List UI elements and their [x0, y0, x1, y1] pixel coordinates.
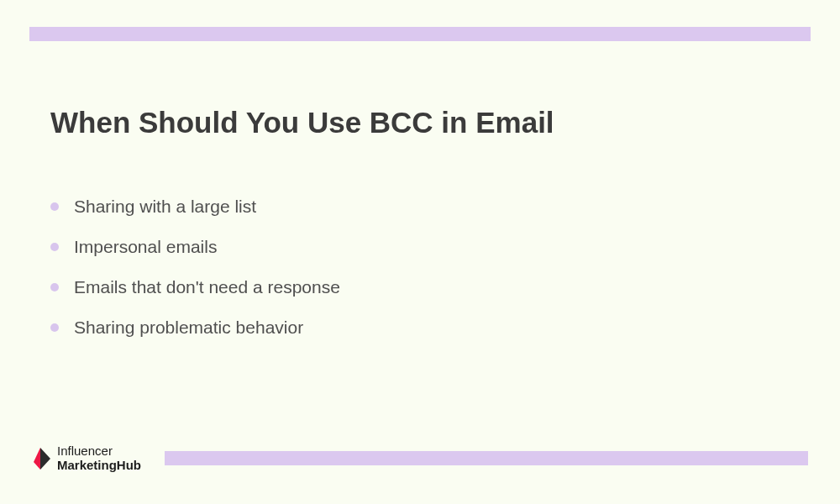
bullet-icon — [50, 283, 59, 291]
logo-line2: MarketingHub — [57, 459, 141, 473]
svg-marker-0 — [34, 448, 40, 470]
logo-text: Influencer MarketingHub — [57, 444, 141, 472]
bullet-icon — [50, 202, 59, 211]
list-item: Emails that don't need a response — [50, 277, 790, 297]
bottom-accent-bar — [165, 451, 808, 465]
brand-logo: Influencer MarketingHub — [34, 444, 141, 472]
list-item-text: Emails that don't need a response — [74, 277, 340, 297]
page-title: When Should You Use BCC in Email — [50, 106, 790, 139]
top-accent-bar — [29, 27, 811, 41]
content-area: When Should You Use BCC in Email Sharing… — [50, 106, 790, 358]
bullet-icon — [50, 243, 59, 251]
list-item-text: Sharing with a large list — [74, 197, 256, 217]
list-item: Impersonal emails — [50, 237, 790, 257]
list-item: Sharing with a large list — [50, 197, 790, 217]
list-item-text: Sharing problematic behavior — [74, 318, 303, 338]
logo-mark-icon — [34, 446, 52, 471]
svg-marker-1 — [40, 448, 50, 470]
list-item-text: Impersonal emails — [74, 237, 217, 257]
list-item: Sharing problematic behavior — [50, 318, 790, 338]
bullet-list: Sharing with a large list Impersonal ema… — [50, 197, 790, 338]
footer: Influencer MarketingHub — [34, 444, 808, 472]
bullet-icon — [50, 323, 59, 332]
logo-line1: Influencer — [57, 444, 141, 459]
